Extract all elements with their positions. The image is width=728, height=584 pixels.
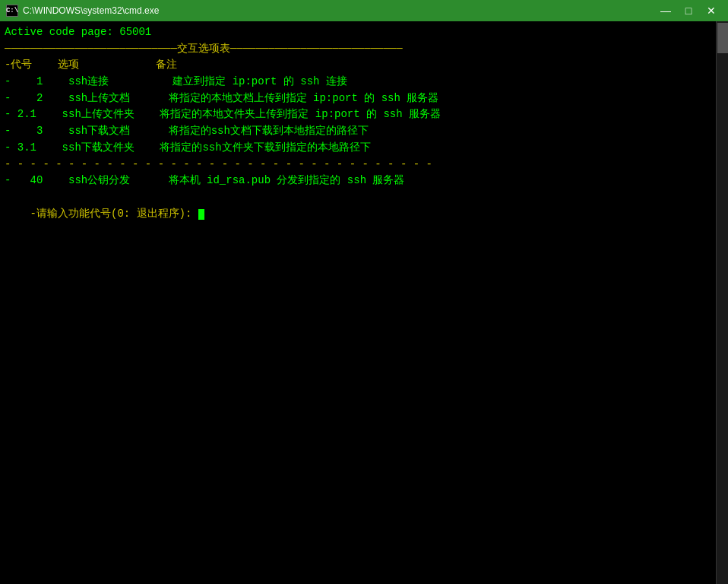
extra-row: - 40 ssh公钥分发 将本机 id_rsa.pub 分发到指定的 ssh 服… [5,173,723,189]
menu-row-4: - 3 ssh下载文档 将指定的ssh文档下载到本地指定的路径下 [5,123,723,140]
dashed-separator: - - - - - - - - - - - - - - - - - - - - … [5,157,723,173]
prompt-line[interactable]: -请输入功能代号(0: 退出程序): [5,189,723,239]
terminal-window: Active code page: 65001 ────────────────… [0,21,728,584]
title-bar-left: C:\ C:\WINDOWS\system32\cmd.exe [6,5,159,17]
header-row: -代号 选项 备注 [5,57,723,74]
menu-row-3: - 2.1 ssh上传文件夹 将指定的本地文件夹上传到指定 ip:port 的 … [5,106,723,123]
prompt-text: -请输入功能代号(0: 退出程序): [30,208,198,220]
title-bar-controls: — □ ✕ [655,2,722,19]
window-title: C:\WINDOWS\system32\cmd.exe [23,5,159,16]
minimize-button[interactable]: — [655,2,676,19]
active-code-line: Active code page: 65001 [5,24,723,41]
cmd-icon: C:\ [6,5,18,17]
menu-row-1: - 1 ssh连接 建立到指定 ip:port 的 ssh 连接 [5,74,723,90]
separator-line: ───────────────────────────交互选项表────────… [5,41,723,58]
menu-row-2: - 2 ssh上传文档 将指定的本地文档上传到指定 ip:port 的 ssh … [5,90,723,107]
scrollbar-thumb[interactable] [717,23,728,53]
scrollbar[interactable] [716,21,728,584]
menu-row-5: - 3.1 ssh下载文件夹 将指定的ssh文件夹下载到指定的本地路径下 [5,140,723,157]
title-bar: C:\ C:\WINDOWS\system32\cmd.exe — □ ✕ [0,0,728,21]
cursor [198,209,204,220]
maximize-button[interactable]: □ [678,2,699,19]
close-button[interactable]: ✕ [701,2,722,19]
